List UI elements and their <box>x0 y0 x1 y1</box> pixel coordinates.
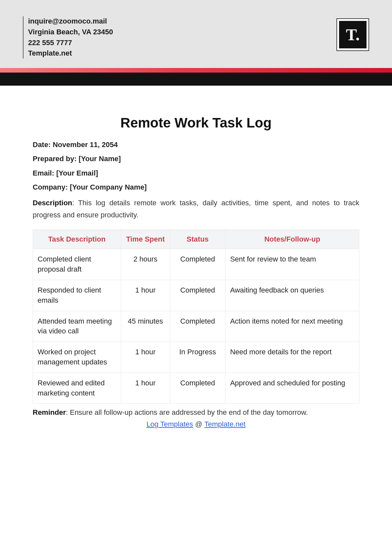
email-value: [Your Email] <box>56 169 98 177</box>
table-row: Completed client proposal draft 2 hours … <box>33 249 359 280</box>
footer-link-site[interactable]: Template.net <box>204 420 246 428</box>
prepared-label: Prepared by: <box>33 155 77 163</box>
meta-prepared: Prepared by: [Your Name] <box>33 153 359 165</box>
vertical-rule <box>23 16 24 59</box>
document-body: Remote Work Task Log Date: November 11, … <box>0 86 392 442</box>
logo-text: T. <box>339 21 367 48</box>
cell-status: Completed <box>170 373 225 404</box>
cell-time: 45 minutes <box>121 311 170 342</box>
contact-lines: inquire@zoomoco.mail Virginia Beach, VA … <box>28 16 113 59</box>
reminder: Reminder: Ensure all follow-up actions a… <box>33 408 359 417</box>
th-task: Task Description <box>33 230 121 249</box>
company-label: Company: <box>33 183 68 191</box>
page-title: Remote Work Task Log <box>33 115 359 131</box>
footer-link-templates[interactable]: Log Templates <box>146 420 193 428</box>
accent-band-red <box>0 68 392 73</box>
cell-notes: Sent for review to the team <box>225 249 359 280</box>
reminder-text: : Ensure all follow-up actions are addre… <box>66 408 308 416</box>
cell-status: Completed <box>170 249 225 280</box>
th-time: Time Spent <box>121 230 170 249</box>
date-value: November 11, 2054 <box>53 141 118 149</box>
contact-block: inquire@zoomoco.mail Virginia Beach, VA … <box>23 16 113 59</box>
th-status: Status <box>170 230 225 249</box>
contact-address: Virginia Beach, VA 23450 <box>28 27 113 37</box>
cell-task: Completed client proposal draft <box>33 249 121 280</box>
cell-time: 1 hour <box>121 280 170 311</box>
table-row: Responded to client emails 1 hour Comple… <box>33 280 359 311</box>
contact-phone: 222 555 7777 <box>28 38 113 48</box>
accent-band-black <box>0 73 392 86</box>
cell-status: In Progress <box>170 342 225 373</box>
letterhead-banner: inquire@zoomoco.mail Virginia Beach, VA … <box>0 0 392 68</box>
cell-task: Attended team meeting via video call <box>33 311 121 342</box>
cell-status: Completed <box>170 311 225 342</box>
footer-links: Log Templates @ Template.net <box>33 420 359 429</box>
cell-status: Completed <box>170 280 225 311</box>
contact-site: Template.net <box>28 48 113 59</box>
description: Description: This log details remote wor… <box>33 197 359 221</box>
meta-company: Company: [Your Company Name] <box>33 181 359 193</box>
meta-date: Date: November 11, 2054 <box>33 139 359 151</box>
table-header-row: Task Description Time Spent Status Notes… <box>33 230 359 249</box>
reminder-label: Reminder <box>33 408 66 416</box>
cell-task: Reviewed and edited marketing content <box>33 373 121 404</box>
task-table: Task Description Time Spent Status Notes… <box>33 229 359 404</box>
cell-notes: Awaiting feedback on queries <box>225 280 359 311</box>
description-label: Description <box>33 199 72 207</box>
date-label: Date: <box>33 141 51 149</box>
email-label: Email: <box>33 169 54 177</box>
table-row: Worked on project management updates 1 h… <box>33 342 359 373</box>
meta-email: Email: [Your Email] <box>33 167 359 179</box>
logo: T. <box>336 18 369 51</box>
cell-task: Worked on project management updates <box>33 342 121 373</box>
company-value: [Your Company Name] <box>70 183 147 191</box>
cell-notes: Approved and scheduled for posting <box>225 373 359 404</box>
cell-notes: Action items noted for next meeting <box>225 311 359 342</box>
prepared-value: [Your Name] <box>79 155 121 163</box>
table-row: Reviewed and edited marketing content 1 … <box>33 373 359 404</box>
cell-notes: Need more details for the report <box>225 342 359 373</box>
cell-task: Responded to client emails <box>33 280 121 311</box>
contact-email: inquire@zoomoco.mail <box>28 16 113 26</box>
cell-time: 1 hour <box>121 342 170 373</box>
cell-time: 1 hour <box>121 373 170 404</box>
description-text: : This log details remote work tasks, da… <box>33 199 359 219</box>
cell-time: 2 hours <box>121 249 170 280</box>
footer-separator: @ <box>193 420 204 428</box>
th-notes: Notes/Follow-up <box>225 230 359 249</box>
table-row: Attended team meeting via video call 45 … <box>33 311 359 342</box>
